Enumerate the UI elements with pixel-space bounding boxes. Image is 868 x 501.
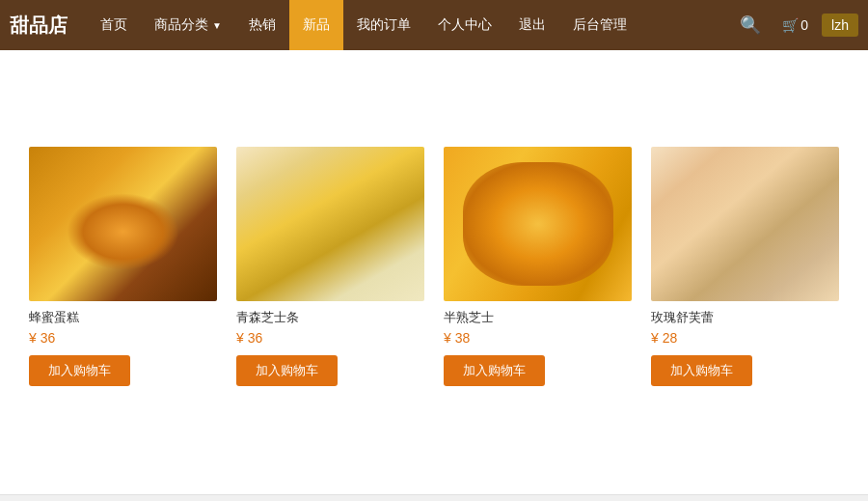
nav-link-profile[interactable]: 个人中心 bbox=[424, 0, 505, 50]
add-to-cart-button-3[interactable]: 加入购物车 bbox=[651, 355, 752, 386]
nav-link-orders[interactable]: 我的订单 bbox=[343, 0, 424, 50]
nav-link-new[interactable]: 新品 bbox=[289, 0, 343, 50]
add-to-cart-button-1[interactable]: 加入购物车 bbox=[236, 355, 338, 386]
product-name-0: 蜂蜜蛋糕 bbox=[29, 309, 79, 326]
search-icon: 🔍 bbox=[740, 14, 761, 36]
product-name-2: 半熟芝士 bbox=[444, 309, 494, 326]
brand-logo[interactable]: 甜品店 bbox=[10, 13, 68, 39]
product-price-3: ¥ 28 bbox=[651, 330, 677, 346]
nav-item-home[interactable]: 首页 bbox=[87, 0, 141, 50]
product-card-3: 玫瑰舒芙蕾 ¥ 28 加入购物车 bbox=[651, 147, 839, 386]
add-to-cart-button-2[interactable]: 加入购物车 bbox=[444, 355, 545, 386]
page-banner bbox=[0, 50, 868, 127]
nav-item-admin[interactable]: 后台管理 bbox=[559, 0, 640, 50]
nav-item-hot[interactable]: 热销 bbox=[235, 0, 289, 50]
nav-item-category[interactable]: 商品分类 ▼ bbox=[141, 0, 235, 50]
product-price-0: ¥ 36 bbox=[29, 330, 55, 346]
main-content: 蜂蜜蛋糕 ¥ 36 加入购物车 青森芝士条 ¥ 36 加入购物车 半熟芝士 ¥ … bbox=[0, 127, 868, 494]
nav-right-actions: 🔍 🛒 0 lzh bbox=[732, 9, 858, 42]
product-name-3: 玫瑰舒芙蕾 bbox=[651, 309, 714, 326]
product-card-2: 半熟芝士 ¥ 38 加入购物车 bbox=[444, 147, 632, 386]
nav-item-profile[interactable]: 个人中心 bbox=[424, 0, 505, 50]
nav-menu: 首页 商品分类 ▼ 热销 新品 我的订单 个人中心 退出 后台管理 bbox=[87, 0, 732, 50]
nav-item-orders[interactable]: 我的订单 bbox=[343, 0, 424, 50]
nav-link-category[interactable]: 商品分类 ▼ bbox=[141, 0, 235, 50]
cart-count: 0 bbox=[800, 17, 808, 33]
product-grid: 蜂蜜蛋糕 ¥ 36 加入购物车 青森芝士条 ¥ 36 加入购物车 半熟芝士 ¥ … bbox=[29, 147, 839, 386]
product-card-1: 青森芝士条 ¥ 36 加入购物车 bbox=[236, 147, 424, 386]
product-price-2: ¥ 38 bbox=[444, 330, 470, 346]
cart-button[interactable]: 🛒 0 bbox=[774, 12, 816, 39]
pagination-bar: 续翻 浏览更多◆ [1/1][4] ps://www.huzhan.com/is… bbox=[0, 494, 868, 501]
chevron-down-icon: ▼ bbox=[212, 20, 222, 31]
nav-item-new[interactable]: 新品 bbox=[289, 0, 343, 50]
product-image-1 bbox=[236, 147, 424, 301]
product-card-0: 蜂蜜蛋糕 ¥ 36 加入购物车 bbox=[29, 147, 217, 386]
nav-link-logout[interactable]: 退出 bbox=[505, 0, 559, 50]
search-button[interactable]: 🔍 bbox=[732, 9, 769, 42]
product-price-1: ¥ 36 bbox=[236, 330, 262, 346]
product-image-0 bbox=[29, 147, 217, 301]
nav-link-hot[interactable]: 热销 bbox=[235, 0, 289, 50]
nav-link-home[interactable]: 首页 bbox=[87, 0, 141, 50]
cart-icon: 🛒 bbox=[782, 17, 799, 33]
product-image-3 bbox=[651, 147, 839, 301]
nav-link-admin[interactable]: 后台管理 bbox=[559, 0, 640, 50]
add-to-cart-button-0[interactable]: 加入购物车 bbox=[29, 355, 130, 386]
product-image-2 bbox=[444, 147, 632, 301]
nav-item-logout[interactable]: 退出 bbox=[505, 0, 559, 50]
product-name-1: 青森芝士条 bbox=[236, 309, 299, 326]
navbar: 甜品店 首页 商品分类 ▼ 热销 新品 我的订单 个人中心 退出 后台管理 bbox=[0, 0, 868, 50]
user-badge[interactable]: lzh bbox=[822, 14, 858, 37]
